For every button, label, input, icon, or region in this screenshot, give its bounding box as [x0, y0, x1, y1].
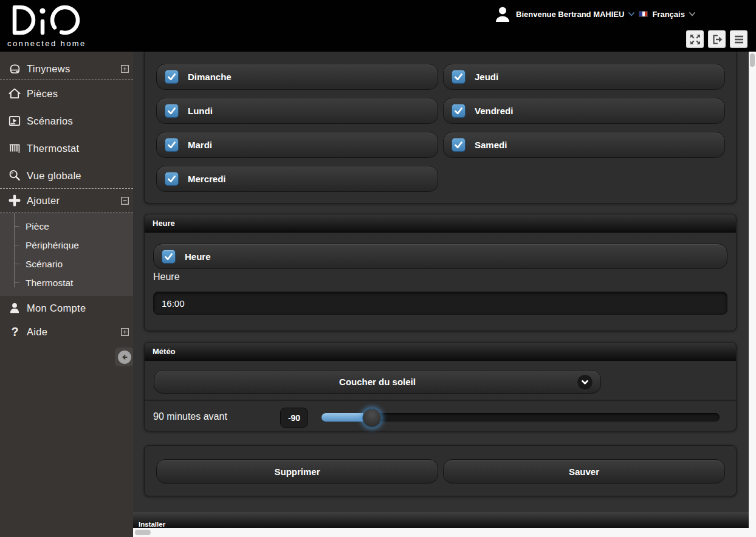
- sidebar-item-scenarios[interactable]: Scénarios: [0, 110, 133, 132]
- submenu-item-thermostat[interactable]: Thermostat: [0, 273, 133, 292]
- language-label[interactable]: Français: [652, 10, 684, 19]
- submenu-item-label: Périphérique: [26, 240, 79, 251]
- submenu-item-label: Pièce: [26, 221, 49, 232]
- slider-value-badge: -90: [280, 408, 308, 428]
- user-welcome-area[interactable]: Bienvenue Bertrand MAHIEU Français: [493, 5, 695, 23]
- day-checkbox-row-dimanche[interactable]: Dimanche: [156, 64, 438, 90]
- sidebar-item-label: Thermostat: [27, 143, 79, 154]
- heure-section-header: Heure: [145, 214, 736, 233]
- person-icon: [7, 301, 22, 315]
- checkbox-checked-icon[interactable]: [452, 70, 466, 84]
- welcome-text: Bienvenue Bertrand MAHIEU: [516, 10, 624, 19]
- actions-panel: Supprimer Sauver: [144, 445, 737, 496]
- meteo-panel: Météo Coucher du soleil 90 minutes avant…: [144, 342, 737, 431]
- horizontal-scrollbar-thumb[interactable]: [135, 530, 151, 535]
- expand-plus-icon[interactable]: [121, 327, 129, 338]
- submenu-tree-tick: [14, 264, 19, 264]
- sidebar-item-thermostat[interactable]: Thermostat: [0, 137, 133, 159]
- meteo-divider: [145, 400, 736, 401]
- flag-red-stripe: [645, 12, 647, 16]
- sidebar-item-mon-compte[interactable]: Mon Compte: [0, 297, 133, 319]
- svg-text:?: ?: [12, 325, 19, 338]
- submenu-item-label: Thermostat: [26, 278, 73, 289]
- menu-button[interactable]: [730, 30, 747, 48]
- submenu-tree-tick: [14, 245, 19, 245]
- logout-button[interactable]: [708, 30, 726, 48]
- sidebar-divider: [0, 188, 133, 189]
- logo-subtitle: connected home: [7, 39, 86, 48]
- heure-checkbox-row[interactable]: Heure: [153, 244, 727, 269]
- day-checkbox-row-vendredi[interactable]: Vendredi: [443, 98, 725, 124]
- user-chevron-down-icon[interactable]: [628, 12, 634, 16]
- day-checkbox-row-mercredi[interactable]: Mercredi: [156, 166, 438, 192]
- collapse-minus-icon[interactable]: [121, 196, 129, 207]
- day-label: Samedi: [475, 140, 507, 150]
- menu-icon: [732, 32, 746, 47]
- minutes-slider-thumb[interactable]: [362, 408, 382, 428]
- arrow-left-circle-icon: [118, 351, 131, 364]
- sun-event-select[interactable]: Coucher du soleil: [154, 370, 601, 394]
- save-button[interactable]: Sauver: [443, 459, 725, 484]
- day-label: Mercredi: [188, 174, 226, 184]
- day-checkbox-row-samedi[interactable]: Samedi: [443, 132, 725, 158]
- radiator-icon: [7, 141, 22, 156]
- house-icon: [7, 86, 22, 101]
- plus-icon: [7, 193, 22, 208]
- sidebar-collapse-button[interactable]: [115, 347, 134, 366]
- language-chevron-down-icon[interactable]: [689, 12, 695, 16]
- app-root: connected home Bienvenue Bertrand MAHIEU…: [0, 0, 756, 537]
- french-flag-icon: [639, 11, 648, 17]
- heure-checkbox-label: Heure: [185, 251, 211, 262]
- checkbox-checked-icon[interactable]: [162, 250, 176, 264]
- horizontal-scrollbar[interactable]: [133, 528, 756, 537]
- heure-panel: Heure Heure Heure: [144, 214, 737, 331]
- fullscreen-button[interactable]: [686, 30, 704, 48]
- sidebar-item-label: Aide: [27, 326, 47, 338]
- sidebar-item-aide[interactable]: ? Aide: [0, 321, 133, 343]
- checkbox-checked-icon[interactable]: [452, 138, 466, 152]
- sidebar-item-ajouter[interactable]: Ajouter: [0, 190, 133, 211]
- checkbox-checked-icon[interactable]: [165, 70, 179, 84]
- day-label: Vendredi: [475, 106, 513, 116]
- submenu-item-peripherique[interactable]: Périphérique: [0, 236, 133, 255]
- heure-time-input[interactable]: [153, 292, 727, 315]
- submenu-item-piece[interactable]: Pièce: [0, 217, 133, 236]
- submenu-tree-tick: [14, 226, 19, 227]
- heure-field-label: Heure: [153, 272, 180, 282]
- scenario-player-icon: [7, 114, 22, 128]
- drive-icon: [7, 61, 22, 76]
- submenu-item-scenario[interactable]: Scénario: [0, 255, 133, 273]
- sidebar-item-label: Tinynews: [27, 63, 70, 75]
- installer-title: Installer: [139, 521, 165, 528]
- checkbox-checked-icon[interactable]: [165, 172, 179, 186]
- day-label: Lundi: [188, 106, 213, 116]
- sidebar-divider: [0, 80, 133, 80]
- day-label: Dimanche: [188, 72, 232, 82]
- magnifier-icon: [7, 168, 22, 183]
- day-checkbox-row-mardi[interactable]: Mardi: [156, 132, 438, 158]
- installer-section-header: Installer: [133, 512, 749, 528]
- checkbox-checked-icon[interactable]: [165, 104, 179, 118]
- checkbox-checked-icon[interactable]: [452, 104, 466, 118]
- logout-icon: [710, 32, 724, 47]
- day-checkbox-row-jeudi[interactable]: Jeudi: [443, 64, 725, 90]
- sidebar-item-label: Vue globale: [27, 170, 81, 182]
- meteo-section-header: Météo: [145, 343, 736, 361]
- select-value: Coucher du soleil: [339, 377, 416, 387]
- sidebar-item-tinynews[interactable]: Tinynews: [0, 58, 133, 80]
- vertical-scrollbar[interactable]: [749, 52, 756, 528]
- user-avatar-icon: [493, 5, 512, 23]
- sidebar-item-vue-globale[interactable]: Vue globale: [0, 165, 133, 186]
- day-checkbox-row-lundi[interactable]: Lundi: [156, 98, 438, 124]
- checkbox-checked-icon[interactable]: [165, 138, 179, 152]
- dio-logo: [6, 2, 85, 40]
- sidebar-item-pieces[interactable]: Pièces: [0, 83, 133, 104]
- question-icon: ?: [7, 324, 22, 339]
- vertical-scrollbar-thumb[interactable]: [750, 53, 755, 67]
- delete-button[interactable]: Supprimer: [156, 459, 438, 484]
- submenu-tree-tick: [14, 282, 19, 283]
- dio-logo-icon: [6, 2, 85, 38]
- expand-plus-icon[interactable]: [121, 64, 129, 75]
- submenu-item-label: Scénario: [26, 259, 63, 270]
- sidebar-item-label: Scénarios: [27, 115, 73, 127]
